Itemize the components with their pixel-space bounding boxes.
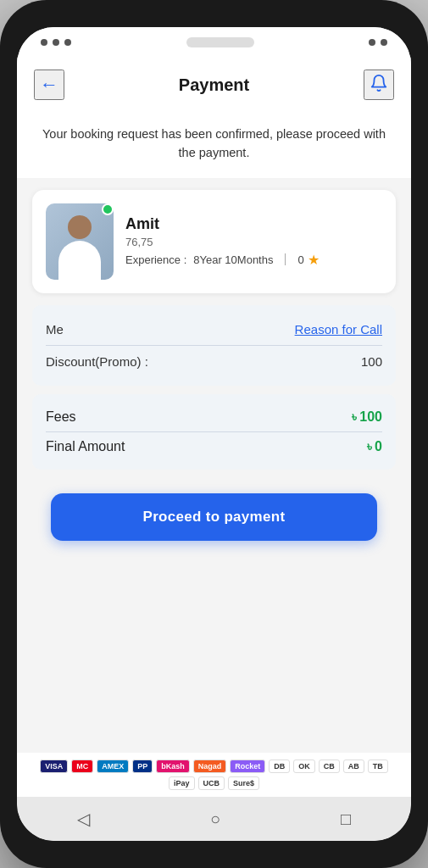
experience-value: 8Year 10Months [193,253,273,266]
confirmation-text: Your booking request has been confirmed,… [42,127,386,159]
discount-row: Discount(Promo) : 100 [46,349,382,374]
ok-wallet-logo: OK [293,760,315,773]
star-icon: ★ [308,252,320,268]
doctor-avatar-wrapper [46,203,114,280]
page-title: Payment [179,75,249,95]
bottom-nav: ◁ ○ □ [17,797,411,841]
mastercard-logo: MC [71,760,93,773]
fees-amount: 100 [359,409,382,425]
discount-label: Discount(Promo) : [46,354,148,369]
nav-recents-button[interactable]: □ [320,803,371,836]
divider [285,253,286,265]
final-amount-row: Final Amount ৳ 0 [46,432,382,461]
rocket-logo: Rocket [230,760,265,773]
nagad-logo: Nagad [193,760,227,773]
doctor-name: Amit [125,215,382,233]
status-dot-2 [53,39,59,46]
dutch-bangla-logo: DB [269,760,290,773]
final-amount: 0 [375,439,382,454]
doctor-info: Amit 76,75 Experience : 8Year 10Months 0… [125,215,382,268]
fees-value: ৳ 100 [352,409,382,425]
discount-value: 100 [361,354,382,369]
ucb-logo: UCB [198,776,225,790]
doctor-body [58,241,101,280]
doctor-card: Amit 76,75 Experience : 8Year 10Months 0… [32,190,396,293]
rating-count: 0 [297,253,303,266]
row-separator-1 [46,345,382,346]
status-dot-right-1 [369,39,375,46]
status-dot-3 [64,39,71,46]
notification-button[interactable] [364,70,394,100]
booking-details: Me Reason for Call Discount(Promo) : 100 [32,305,396,386]
status-bar [17,27,411,58]
proceed-to-payment-button[interactable]: Proceed to payment [51,493,377,541]
doctor-experience: Experience : 8Year 10Months 0 ★ [125,252,382,268]
status-bar-right [369,39,387,46]
visa-logo: VISA [40,760,68,773]
final-amount-value: ৳ 0 [367,439,382,454]
nav-home-button[interactable]: ○ [190,803,241,836]
taka-symbol-2: ৳ [367,439,372,454]
doctor-head [68,215,92,239]
trust-bank-logo: TB [368,760,388,773]
confirmation-message: Your booking request has been confirmed,… [17,112,411,178]
spacer [17,558,411,754]
fees-label: Fees [46,409,76,425]
back-arrow-icon: ← [40,74,58,96]
nav-back-button[interactable]: ◁ [57,802,110,836]
amex-logo: AMEX [97,760,129,773]
surecash-logo: Sure$ [228,776,259,790]
status-dot-1 [41,39,47,46]
fees-row: Fees ৳ 100 [46,403,382,431]
fees-section: Fees ৳ 100 Final Amount ৳ 0 [32,394,396,470]
online-status-dot [102,203,114,215]
status-dot-right-2 [381,39,387,46]
ab-bank-logo: AB [343,760,364,773]
final-amount-label: Final Amount [46,439,125,454]
status-bar-center [186,37,254,47]
ipay-logo: iPay [169,776,195,790]
status-dots-left [41,39,71,46]
bkash-logo: bKash [156,760,190,773]
phone-shell: ← Payment Your booking request has been … [0,0,428,868]
screen: ← Payment Your booking request has been … [17,27,411,841]
taka-symbol-1: ৳ [352,409,357,425]
payment-logos-strip: VISA MC AMEX PP bKash Nagad Rocket DB OK… [17,753,411,797]
city-bank-logo: CB [319,760,340,773]
patient-row: Me Reason for Call [46,317,382,342]
doctor-figure [54,212,105,280]
header: ← Payment [17,58,411,112]
back-button[interactable]: ← [34,70,64,100]
rating-wrap: 0 ★ [297,252,319,268]
bell-icon [370,74,388,97]
doctor-id: 76,75 [125,236,382,248]
experience-label: Experience : [125,253,186,266]
doctor-avatar [46,203,114,280]
paypal-logo: PP [132,760,153,773]
patient-label: Me [46,322,64,337]
app-content: ← Payment Your booking request has been … [17,58,411,797]
reason-for-call-link[interactable]: Reason for Call [295,322,382,337]
